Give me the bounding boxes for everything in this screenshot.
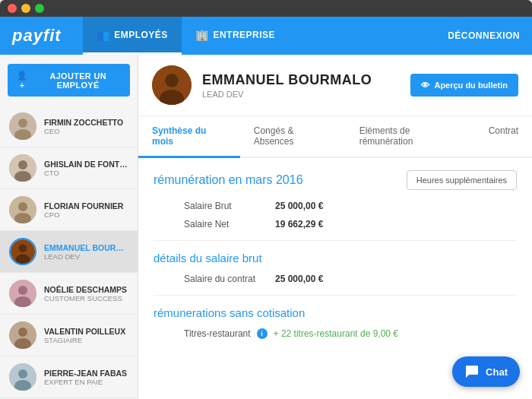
deconnexion-button[interactable]: DÉCONNEXION	[448, 30, 520, 41]
svg-point-4	[18, 160, 27, 169]
employee-role-6: EXPERT EN PAIE	[44, 378, 128, 386]
employee-role-0: CEO	[44, 127, 128, 135]
contrat-row: Salaire du contrat 25 000,00 €	[184, 274, 517, 284]
titres-row: Titres-restaurant i + 22 titres-restaura…	[184, 328, 517, 339]
employee-name-4: NOÉLIE DESCHAMPS	[44, 285, 128, 294]
tab-conges[interactable]: Congés & Absences	[240, 116, 346, 158]
employee-name-3: EMMANUEL BOURMALO	[44, 243, 128, 252]
sidebar-item-employee-6[interactable]: PIERRE-JEAN FABAS EXPERT EN PAIE	[0, 356, 138, 398]
sidebar-item-employee-4[interactable]: NOÉLIE DESCHAMPS CUSTOMER SUCCESS	[0, 273, 138, 315]
employes-icon: 👥	[97, 29, 110, 41]
divider-1	[154, 240, 517, 241]
salaire-net-label: Salaire Net	[184, 219, 260, 230]
add-icon: 👤+	[15, 71, 29, 90]
profile-header: EMMANUEL BOURMALO LEAD DEV 👁 Aperçu du b…	[138, 55, 532, 116]
svg-point-11	[15, 255, 30, 265]
employee-role-2: CPO	[44, 211, 128, 219]
employee-role-1: CTO	[44, 169, 128, 177]
add-employee-button[interactable]: 👤+ AJOUTER UN EMPLOYÉ	[8, 64, 130, 97]
sidebar-item-employee-5[interactable]: VALENTIN POILLEUX STAGIAIRE	[0, 315, 138, 356]
chat-button[interactable]: Chat	[452, 356, 520, 387]
employee-role-5: STAGIAIRE	[44, 336, 128, 344]
profile-avatar	[152, 65, 192, 105]
content-body: rémunération en mars 2016 Heures supplém…	[138, 158, 532, 357]
salaire-brut-label: Salaire Brut	[184, 201, 260, 211]
svg-point-13	[18, 286, 27, 295]
salaire-brut-value: 25 000,00 €	[275, 201, 323, 211]
bulletin-button[interactable]: 👁 Aperçu du bulletin	[410, 74, 518, 97]
nav-tab-employes[interactable]: 👥 EMPLOYÉS	[83, 17, 182, 55]
avatar-6	[9, 363, 36, 391]
remuneration-title: rémunération en mars 2016	[154, 173, 303, 187]
avatar-3	[9, 238, 36, 265]
info-icon[interactable]: i	[257, 328, 268, 339]
salaire-brut-row: Salaire Brut 25 000,00 €	[184, 201, 517, 211]
avatar-4	[9, 280, 36, 307]
sidebar-item-employee-3[interactable]: EMMANUEL BOURMALO LEAD DEV	[0, 231, 138, 273]
employee-name-2: FLORIAN FOURNIER	[44, 201, 128, 211]
sub-tabs: Synthèse du mois Congés & Absences Eléme…	[138, 116, 532, 158]
eye-icon: 👁	[421, 81, 429, 90]
maximize-icon[interactable]	[35, 4, 44, 13]
heures-button[interactable]: Heures supplémentaires	[407, 170, 517, 190]
nav-tab-employes-label: EMPLOYÉS	[114, 30, 168, 40]
close-icon[interactable]	[8, 4, 17, 13]
remuneration-section: rémunération en mars 2016 Heures supplém…	[154, 170, 517, 190]
employee-role-3: LEAD DEV	[44, 252, 128, 261]
contrat-value: 25 000,00 €	[275, 274, 323, 284]
sidebar-item-employee-0[interactable]: FIRMIN ZOCCHETTO CEO	[0, 106, 138, 147]
minimize-icon[interactable]	[21, 4, 30, 13]
profile-name: EMMANUEL BOURMALO	[202, 72, 400, 88]
details-brut-title: détails du salaire brut	[154, 252, 517, 264]
svg-point-19	[18, 369, 27, 378]
divider-2	[154, 295, 517, 296]
titres-value: + 22 titres-restaurant de 9,00 €	[274, 328, 398, 339]
entreprise-icon: 🏢	[195, 29, 209, 41]
content-area: EMMANUEL BOURMALO LEAD DEV 👁 Aperçu du b…	[138, 55, 532, 399]
employee-name-5: VALENTIN POILLEUX	[44, 327, 128, 336]
svg-point-22	[165, 74, 179, 87]
sidebar: 👤+ AJOUTER UN EMPLOYÉ FIRMIN ZOCCHETTO C…	[0, 55, 138, 399]
tab-contrat[interactable]: Contrat	[475, 116, 532, 158]
avatar-2	[9, 196, 36, 223]
avatar-1	[9, 154, 36, 182]
window-chrome	[0, 0, 532, 17]
chat-icon	[464, 364, 480, 379]
main-layout: 👤+ AJOUTER UN EMPLOYÉ FIRMIN ZOCCHETTO C…	[0, 55, 532, 399]
salaire-net-row: Salaire Net 19 662,29 €	[184, 219, 517, 230]
employee-name-1: GHISLAIN DE FONTENAY	[44, 160, 128, 169]
tab-synthese[interactable]: Synthèse du mois	[138, 116, 240, 158]
sans-cotisation-title: rémunerations sans cotisation	[154, 306, 517, 319]
svg-point-10	[19, 244, 27, 252]
titres-label: Titres-restaurant	[184, 328, 251, 339]
salaire-net-value: 19 662,29 €	[275, 219, 323, 230]
nav-tab-entreprise[interactable]: 🏢 ENTREPRISE	[182, 17, 289, 55]
employee-name-6: PIERRE-JEAN FABAS	[44, 369, 128, 378]
nav-tab-entreprise-label: ENTREPRISE	[213, 30, 275, 40]
avatar-0	[9, 112, 36, 140]
tab-elements[interactable]: Eléments de rémunération	[346, 116, 475, 158]
nav-tabs: 👥 EMPLOYÉS 🏢 ENTREPRISE	[83, 17, 289, 55]
svg-point-7	[18, 202, 27, 211]
profile-role: LEAD DEV	[202, 90, 400, 99]
employee-role-4: CUSTOMER SUCCESS	[44, 294, 128, 302]
employee-name-0: FIRMIN ZOCCHETTO	[44, 118, 128, 127]
logo: payfit	[12, 26, 62, 46]
avatar-5	[9, 321, 36, 349]
sidebar-item-employee-2[interactable]: FLORIAN FOURNIER CPO	[0, 189, 138, 231]
header: payfit 👥 EMPLOYÉS 🏢 ENTREPRISE DÉCONNEXI…	[0, 17, 532, 55]
svg-point-16	[18, 328, 27, 337]
svg-point-1	[18, 119, 27, 128]
sidebar-item-employee-1[interactable]: GHISLAIN DE FONTENAY CTO	[0, 147, 138, 189]
contrat-label: Salaire du contrat	[184, 274, 260, 284]
